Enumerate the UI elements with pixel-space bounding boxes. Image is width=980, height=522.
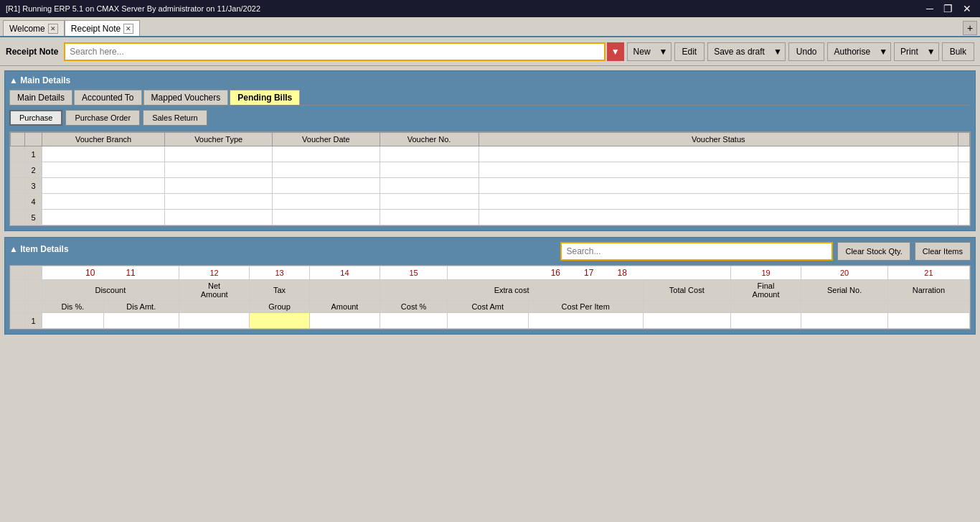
item-1-dis-amt[interactable] [103, 313, 179, 329]
row-2-no[interactable] [380, 162, 479, 178]
toolbar-label: Receipt Note [6, 47, 58, 57]
row-check-3[interactable] [11, 178, 25, 194]
row-5-branch[interactable] [42, 210, 165, 225]
voucher-table-scroll[interactable]: Voucher Branch Voucher Type Voucher Date… [10, 132, 970, 225]
row-1-branch[interactable] [42, 146, 165, 162]
print-button[interactable]: Print [894, 42, 924, 61]
row-5-no[interactable] [380, 210, 479, 225]
tab-add-button[interactable]: + [963, 21, 977, 35]
row-check-1[interactable] [11, 146, 25, 162]
row-check-2[interactable] [11, 162, 25, 178]
row-2-date[interactable] [273, 162, 380, 178]
sub-net-amount [179, 301, 250, 313]
row-check-4[interactable] [11, 194, 25, 210]
minimize-button[interactable]: ─ [923, 3, 936, 14]
sub-serial-no [801, 301, 887, 313]
item-1-cost-per-item[interactable] [528, 313, 643, 329]
row-1-no[interactable] [380, 146, 479, 162]
main-details-header: ▲ Main Details [9, 75, 971, 85]
item-1-net-amount[interactable] [179, 313, 250, 329]
close-button[interactable]: ✕ [960, 3, 974, 14]
row-3-no[interactable] [380, 178, 479, 194]
col-num-11: 11 [126, 268, 135, 278]
row-1-status[interactable] [479, 146, 958, 162]
item-row-check-1[interactable] [11, 313, 25, 329]
edit-button[interactable]: Edit [674, 42, 705, 61]
undo-button[interactable]: Undo [788, 42, 825, 61]
sub-tab-mapped-vouchers[interactable]: Mapped Vouchers [143, 90, 229, 105]
receipt-note-search[interactable] [64, 42, 605, 61]
clear-items-button[interactable]: Clear Items [915, 242, 971, 261]
purchase-button[interactable]: Purchase [9, 110, 62, 126]
col-num-19: 19 [730, 266, 801, 280]
item-1-cost-pct[interactable] [380, 313, 448, 329]
print-button-group: Print ▼ [894, 42, 939, 61]
item-1-tax-group[interactable] [250, 313, 309, 329]
sub-tab-pending-bills[interactable]: Pending Bills [230, 90, 300, 105]
row-1-type[interactable] [165, 146, 273, 162]
row-2-type[interactable] [165, 162, 273, 178]
sub-tab-main-details[interactable]: Main Details [9, 90, 72, 105]
item-search-input[interactable] [560, 242, 833, 261]
toolbar: Receipt Note ▼ New ▼ Edit Save as draft … [0, 37, 980, 66]
col-num-18: 18 [617, 268, 626, 278]
sub-cost-pct: Cost % [380, 301, 448, 313]
col-num-10-11: 10 11 [42, 266, 179, 280]
tab-welcome[interactable]: Welcome ✕ [3, 20, 65, 36]
tab-receipt-note-close[interactable]: ✕ [123, 24, 133, 34]
row-check-5[interactable] [11, 210, 25, 225]
row-4-branch[interactable] [42, 194, 165, 210]
authorise-dropdown-button[interactable]: ▼ [876, 42, 891, 61]
voucher-type-buttons: Purchase Purchase Order Sales Return [9, 110, 971, 126]
row-5-type[interactable] [165, 210, 273, 225]
row-1-date[interactable] [273, 146, 380, 162]
table-row: 1 [11, 146, 970, 162]
sales-return-button[interactable]: Sales Return [143, 110, 207, 126]
new-button[interactable]: New [627, 42, 656, 61]
group-extra-cost: Extra cost [380, 280, 644, 301]
new-dropdown-button[interactable]: ▼ [656, 42, 672, 61]
row-4-date[interactable] [273, 194, 380, 210]
row-5-date[interactable] [273, 210, 380, 225]
row-4-type[interactable] [165, 194, 273, 210]
item-1-serial-no[interactable] [801, 313, 887, 329]
row-5-status[interactable] [479, 210, 958, 225]
row-3-date[interactable] [273, 178, 380, 194]
row-2-branch[interactable] [42, 162, 165, 178]
search-dropdown-button[interactable]: ▼ [607, 42, 624, 61]
row-3-type[interactable] [165, 178, 273, 194]
row-3-branch[interactable] [42, 178, 165, 194]
group-serial-no: Serial No. [801, 280, 887, 301]
main-details-sub-tabs: Main Details Accounted To Mapped Voucher… [9, 90, 971, 106]
group-net-amount: NetAmount [179, 280, 250, 301]
item-1-tax-amount[interactable] [309, 313, 380, 329]
authorise-button[interactable]: Authorise [827, 42, 876, 61]
col-check [11, 133, 25, 146]
item-1-dis-pct[interactable] [42, 313, 104, 329]
purchase-order-button[interactable]: Purchase Order [65, 110, 140, 126]
row-3-status[interactable] [479, 178, 958, 194]
restore-button[interactable]: ❐ [941, 3, 956, 14]
save-draft-button[interactable]: Save as draft [707, 42, 771, 61]
row-2-status[interactable] [479, 162, 958, 178]
print-dropdown-button[interactable]: ▼ [924, 42, 939, 61]
group-rownum [25, 280, 42, 301]
main-details-panel: ▲ Main Details Main Details Accounted To… [4, 70, 976, 231]
col-voucher-branch: Voucher Branch [42, 133, 165, 146]
row-4-status[interactable] [479, 194, 958, 210]
item-1-cost-amt[interactable] [447, 313, 528, 329]
item-1-narration[interactable] [887, 313, 969, 329]
item-1-total-cost[interactable] [643, 313, 730, 329]
sub-tab-accounted-to[interactable]: Accounted To [74, 90, 142, 105]
tab-welcome-close[interactable]: ✕ [48, 24, 58, 34]
sub-tax-group: Group [250, 301, 309, 313]
item-details-controls: Clear Stock Qty. Clear Items [560, 242, 971, 261]
app-title: [R1] Running ERP 5.1 on CMAX Server By a… [6, 4, 260, 13]
save-draft-dropdown-button[interactable]: ▼ [771, 42, 786, 61]
tab-receipt-note[interactable]: Receipt Note ✕ [65, 20, 140, 36]
bulk-button[interactable]: Bulk [942, 42, 974, 61]
clear-stock-button[interactable]: Clear Stock Qty. [837, 242, 910, 261]
item-1-final-amount[interactable] [730, 313, 801, 329]
row-4-no[interactable] [380, 194, 479, 210]
row-1-spacer [958, 146, 970, 162]
